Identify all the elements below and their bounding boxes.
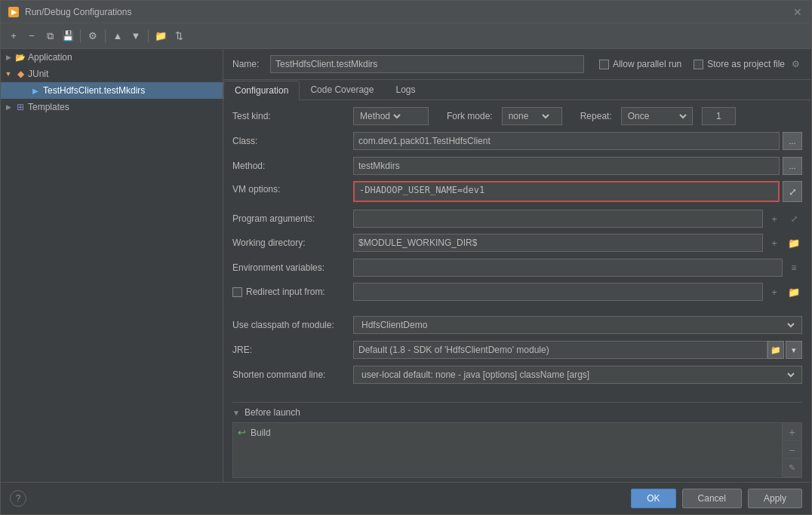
toolbar: + − ⧉ 💾 ⚙ ▲ ▼ 📁 ⇅ bbox=[1, 23, 811, 49]
tab-configuration[interactable]: Configuration bbox=[223, 81, 300, 100]
right-panel: Name: Allow parallel run Store as projec… bbox=[223, 49, 811, 482]
tab-code-coverage[interactable]: Code Coverage bbox=[300, 81, 385, 100]
allow-parallel-checkbox-wrap[interactable]: Allow parallel run bbox=[599, 59, 681, 69]
redirect-label-wrap: Redirect input from: bbox=[232, 287, 353, 297]
allow-parallel-checkbox[interactable] bbox=[599, 60, 609, 69]
build-item[interactable]: ↩ Build bbox=[235, 425, 780, 440]
working-dir-folder-icon[interactable]: 📁 bbox=[786, 235, 802, 251]
toolbar-separator bbox=[80, 29, 81, 43]
add-button[interactable]: + bbox=[5, 28, 22, 44]
method-input[interactable] bbox=[353, 157, 780, 175]
method-browse-button[interactable]: ... bbox=[783, 157, 802, 175]
gear-icon[interactable]: ⚙ bbox=[789, 57, 802, 71]
redirect-row: Redirect input from: + 📁 bbox=[232, 283, 802, 301]
redirect-folder-icon[interactable]: 📁 bbox=[786, 284, 802, 300]
vm-options-expand-button[interactable]: ⤢ bbox=[783, 181, 802, 202]
repeat-select-input[interactable]: Once N Times Until Failure bbox=[625, 110, 689, 122]
working-dir-input[interactable] bbox=[353, 234, 763, 252]
env-vars-control: ≡ bbox=[353, 259, 802, 277]
before-launch-header: ▼ Before launch bbox=[232, 407, 802, 418]
class-label: Class: bbox=[232, 136, 353, 146]
prog-args-controls: + ⤢ bbox=[353, 210, 802, 228]
help-button[interactable]: ? bbox=[10, 490, 26, 507]
working-dir-add-icon[interactable]: + bbox=[766, 235, 783, 251]
store-as-project-wrap: Store as project file ⚙ bbox=[694, 57, 802, 71]
move-down-button[interactable]: ▼ bbox=[128, 28, 144, 44]
build-edit-button[interactable]: ✎ bbox=[783, 459, 801, 477]
run-config-icon: ▶ bbox=[30, 85, 41, 96]
title-bar-left: ▶ Run/Debug Configurations bbox=[8, 7, 131, 17]
expand-arrow-templates: ▶ bbox=[4, 103, 13, 112]
tree-item-templates[interactable]: ▶ ⊞ Templates bbox=[1, 99, 223, 115]
vm-options-input[interactable]: -DHADOOP_USER_NAME=dev1 bbox=[353, 181, 780, 202]
jre-row: JRE: 📁 ▾ bbox=[232, 340, 802, 360]
build-remove-button[interactable]: − bbox=[783, 441, 801, 459]
name-input[interactable] bbox=[270, 55, 584, 73]
classpath-select[interactable]: HdfsClientDemo bbox=[353, 316, 802, 334]
copy-button[interactable]: ⧉ bbox=[42, 28, 58, 44]
class-input[interactable] bbox=[353, 132, 780, 150]
close-button[interactable]: ✕ bbox=[792, 6, 804, 18]
apply-button[interactable]: Apply bbox=[748, 489, 802, 508]
prog-args-input[interactable] bbox=[353, 210, 763, 228]
test-kind-label: Test kind: bbox=[232, 111, 353, 121]
redirect-add-icon[interactable]: + bbox=[766, 284, 783, 300]
store-as-project-checkbox[interactable] bbox=[694, 60, 703, 69]
jre-dropdown-button[interactable]: ▾ bbox=[786, 341, 802, 359]
env-vars-row: Environment variables: ≡ bbox=[232, 258, 802, 277]
before-launch-label: Before launch bbox=[245, 407, 300, 418]
move-up-button[interactable]: ▲ bbox=[109, 28, 126, 44]
env-vars-input[interactable] bbox=[353, 259, 783, 277]
tree-item-application[interactable]: ▶ 📂 Application bbox=[1, 49, 223, 66]
expand-arrow-test bbox=[19, 86, 28, 95]
vm-options-row: VM options: -DHADOOP_USER_NAME=dev1 ⤢ bbox=[232, 181, 802, 204]
shorten-cmd-label: Shorten command line: bbox=[232, 369, 353, 380]
working-dir-label: Working directory: bbox=[232, 238, 353, 248]
main-content: ▶ 📂 Application ▼ ◆ JUnit ▶ TestHdfsClie… bbox=[1, 49, 811, 482]
templates-icon: ⊞ bbox=[15, 102, 26, 112]
before-launch-section: ▼ Before launch ↩ Build + − bbox=[232, 402, 802, 478]
test-kind-select[interactable]: Method Class Pattern bbox=[353, 107, 429, 125]
fork-mode-select[interactable]: none method class bbox=[502, 107, 562, 125]
remove-button[interactable]: − bbox=[23, 28, 40, 44]
prog-args-add-icon[interactable]: + bbox=[766, 210, 783, 227]
jre-label: JRE: bbox=[232, 345, 353, 355]
run-debug-dialog: ▶ Run/Debug Configurations ✕ + − ⧉ 💾 ⚙ ▲… bbox=[0, 0, 812, 515]
tree-item-test-entry[interactable]: ▶ TestHdfsClient.testMkdirs bbox=[1, 82, 223, 99]
cancel-button[interactable]: Cancel bbox=[682, 489, 742, 508]
classpath-select-input[interactable]: HdfsClientDemo bbox=[358, 319, 797, 331]
repeat-count-input[interactable] bbox=[702, 107, 736, 125]
dialog-title: Run/Debug Configurations bbox=[25, 7, 131, 17]
redirect-label: Redirect input from: bbox=[246, 287, 325, 297]
tree-label-test-entry: TestHdfsClient.testMkdirs bbox=[43, 85, 145, 96]
method-label: Method: bbox=[232, 161, 353, 171]
save-button[interactable]: 💾 bbox=[60, 28, 76, 44]
class-browse-button[interactable]: ... bbox=[783, 132, 802, 150]
jre-input[interactable] bbox=[353, 341, 767, 359]
title-bar: ▶ Run/Debug Configurations ✕ bbox=[1, 1, 811, 23]
repeat-label: Repeat: bbox=[580, 111, 612, 121]
before-launch-collapse-arrow[interactable]: ▼ bbox=[232, 409, 240, 417]
build-add-button[interactable]: + bbox=[783, 423, 801, 441]
jre-folder-button[interactable]: 📁 bbox=[767, 341, 784, 359]
redirect-control: + 📁 bbox=[353, 283, 802, 301]
section-divider bbox=[232, 306, 802, 315]
tree-label-application: Application bbox=[28, 52, 72, 63]
folder-button[interactable]: 📁 bbox=[152, 28, 169, 44]
sort-button[interactable]: ⇅ bbox=[171, 28, 187, 44]
repeat-select[interactable]: Once N Times Until Failure bbox=[621, 107, 693, 125]
tab-logs[interactable]: Logs bbox=[385, 81, 426, 100]
shorten-cmd-select[interactable]: user-local default: none - java [options… bbox=[353, 366, 802, 384]
tree-item-junit[interactable]: ▼ ◆ JUnit bbox=[1, 66, 223, 82]
store-as-project-label: Store as project file bbox=[707, 59, 785, 69]
prog-args-expand-icon[interactable]: ⤢ bbox=[786, 210, 802, 227]
redirect-checkbox[interactable] bbox=[232, 287, 242, 297]
section-divider-2 bbox=[232, 390, 802, 399]
ok-button[interactable]: OK bbox=[631, 489, 675, 508]
test-kind-select-input[interactable]: Method Class Pattern bbox=[357, 110, 403, 122]
settings-button[interactable]: ⚙ bbox=[85, 28, 101, 44]
redirect-input[interactable] bbox=[353, 283, 763, 301]
env-vars-edit-icon[interactable]: ≡ bbox=[786, 259, 802, 276]
shorten-cmd-select-input[interactable]: user-local default: none - java [options… bbox=[358, 369, 797, 381]
fork-mode-select-input[interactable]: none method class bbox=[506, 110, 552, 122]
